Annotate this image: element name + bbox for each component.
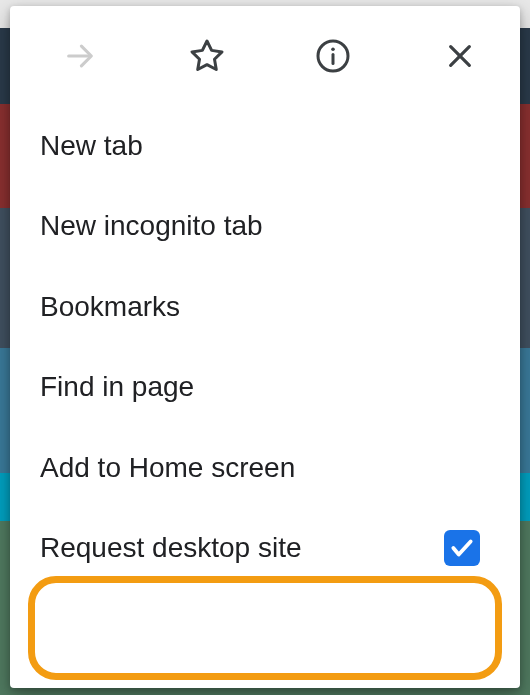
menu-new-tab[interactable]: New tab (10, 106, 520, 186)
menu-item-label: New tab (40, 128, 143, 164)
info-icon (315, 38, 351, 74)
checkmark-icon (449, 535, 475, 561)
menu-items-list: New tab New incognito tab Bookmarks Find… (10, 106, 520, 588)
menu-item-label: Bookmarks (40, 289, 180, 325)
close-icon (444, 40, 476, 72)
menu-icon-row (10, 6, 520, 106)
request-desktop-site-checkbox[interactable] (444, 530, 480, 566)
star-icon (189, 38, 225, 74)
menu-item-label: New incognito tab (40, 208, 263, 244)
menu-new-incognito-tab[interactable]: New incognito tab (10, 186, 520, 266)
close-menu-button[interactable] (440, 36, 480, 76)
menu-bookmarks[interactable]: Bookmarks (10, 267, 520, 347)
menu-request-desktop-site[interactable]: Request desktop site (10, 508, 520, 588)
menu-item-label: Add to Home screen (40, 450, 295, 486)
menu-find-in-page[interactable]: Find in page (10, 347, 520, 427)
svg-point-4 (332, 47, 336, 51)
arrow-forward-icon (63, 39, 97, 73)
page-info-button[interactable] (313, 36, 353, 76)
menu-item-label: Find in page (40, 369, 194, 405)
svg-marker-1 (192, 41, 222, 70)
annotation-highlight (28, 576, 502, 680)
bookmark-button[interactable] (187, 36, 227, 76)
menu-add-to-home-screen[interactable]: Add to Home screen (10, 428, 520, 508)
browser-overflow-menu: New tab New incognito tab Bookmarks Find… (10, 6, 520, 688)
forward-button[interactable] (60, 36, 100, 76)
menu-item-label: Request desktop site (40, 530, 302, 566)
